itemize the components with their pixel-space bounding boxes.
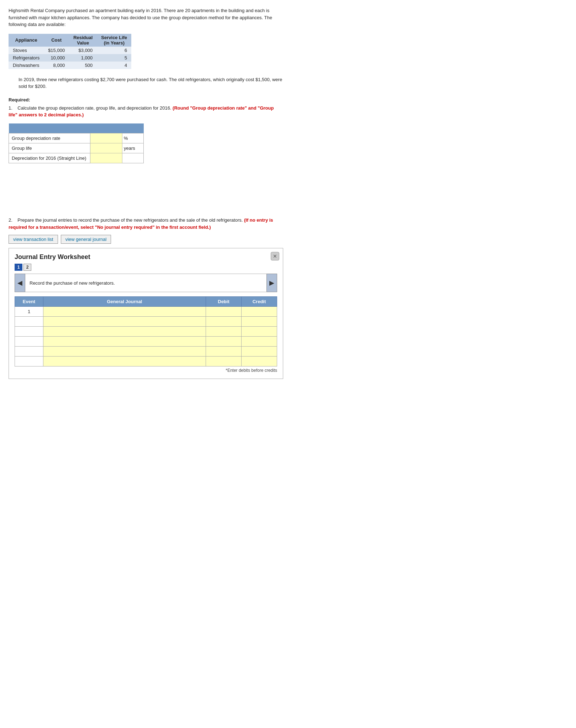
journal-debit-3[interactable] — [206, 327, 242, 337]
event-cell-3 — [15, 327, 43, 337]
journal-debit-input-6[interactable] — [206, 357, 241, 366]
close-button[interactable]: ✕ — [271, 252, 279, 260]
journal-general-2[interactable] — [43, 317, 206, 327]
calc-table: Group depreciation rate % Group life yea… — [9, 123, 144, 164]
journal-debit-input-2[interactable] — [206, 317, 241, 326]
journal-row-6 — [15, 357, 277, 366]
journal-debit-5[interactable] — [206, 347, 242, 357]
journal-debit-input-3[interactable] — [206, 327, 241, 336]
calc-row-rate-unit: % — [122, 133, 144, 143]
entry-description: Record the purchase of new refrigerators… — [25, 274, 266, 292]
journal-general-input-3[interactable] — [43, 327, 206, 336]
calc-row-dep-unit — [122, 153, 144, 163]
journal-credit-1[interactable] — [242, 307, 277, 317]
nav-arrow-left[interactable]: ◀ — [15, 274, 25, 292]
appliance-residual: 500 — [69, 62, 97, 69]
item2-text: Prepare the journal entries to record th… — [17, 217, 243, 223]
journal-debit-4[interactable] — [206, 337, 242, 347]
journal-credit-input-1[interactable] — [242, 307, 277, 316]
page-tab-2[interactable]: 2 — [23, 264, 31, 271]
journal-general-input-2[interactable] — [43, 317, 206, 326]
required-item-2: 2. Prepare the journal entries to record… — [9, 217, 283, 231]
appliance-cost: 10,000 — [44, 54, 69, 62]
appliance-life: 6 — [97, 47, 131, 54]
journal-credit-5[interactable] — [242, 347, 277, 357]
journal-credit-4[interactable] — [242, 337, 277, 347]
journal-credit-input-2[interactable] — [242, 317, 277, 326]
journal-credit-6[interactable] — [242, 357, 277, 366]
journal-general-3[interactable] — [43, 327, 206, 337]
page-tabs: 1 2 — [15, 264, 277, 271]
col-event-header: Event — [15, 297, 43, 307]
appliance-life: 4 — [97, 62, 131, 69]
appliance-life: 5 — [97, 54, 131, 62]
col-journal-header: General Journal — [43, 297, 206, 307]
journal-entry-worksheet: ✕ Journal Entry Worksheet 1 2 ◀ Record t… — [9, 248, 283, 379]
event-cell-5 — [15, 347, 43, 357]
col-residual: ResidualValue — [69, 34, 97, 47]
journal-credit-input-4[interactable] — [242, 337, 277, 346]
journal-debit-input-1[interactable] — [206, 307, 241, 316]
journal-row-3 — [15, 327, 277, 337]
journal-title: Journal Entry Worksheet — [15, 253, 277, 261]
journal-credit-input-6[interactable] — [242, 357, 277, 366]
journal-general-1[interactable] — [43, 307, 206, 317]
item1-text: Calculate the group depreciation rate, g… — [17, 105, 171, 111]
required-label: Required: — [9, 97, 283, 102]
journal-debit-input-4[interactable] — [206, 337, 241, 346]
journal-general-input-6[interactable] — [43, 357, 206, 366]
col-cost: Cost — [44, 34, 69, 47]
col-appliance: Appliance — [9, 34, 44, 47]
journal-row-2 — [15, 317, 277, 327]
journal-credit-2[interactable] — [242, 317, 277, 327]
journal-credit-input-5[interactable] — [242, 347, 277, 356]
event-cell-6 — [15, 357, 43, 366]
journal-debit-input-5[interactable] — [206, 347, 241, 356]
item2-number: 2. — [9, 217, 12, 223]
journal-credit-input-3[interactable] — [242, 327, 277, 336]
journal-row-4 — [15, 337, 277, 347]
journal-general-4[interactable] — [43, 337, 206, 347]
appliance-name: Refrigerators — [9, 54, 44, 62]
table-row: Stoves $15,000 $3,000 6 — [9, 47, 131, 54]
view-transaction-list-button[interactable]: view transaction list — [9, 235, 58, 244]
intro-paragraph: Highsmith Rental Company purchased an ap… — [9, 7, 283, 28]
appliance-residual: 1,000 — [69, 54, 97, 62]
calc-row-life-input-cell[interactable] — [90, 143, 122, 153]
calc-row-rate: Group depreciation rate % — [9, 133, 144, 143]
col-debit-header: Debit — [206, 297, 242, 307]
calc-row-dep-input-cell[interactable] — [90, 153, 122, 163]
col-service-life: Service Life(in Years) — [97, 34, 131, 47]
journal-general-input-1[interactable] — [43, 307, 206, 316]
depreciation-2016-input[interactable] — [93, 155, 119, 161]
footer-note: *Enter debits before credits — [15, 368, 277, 373]
journal-general-5[interactable] — [43, 347, 206, 357]
appliance-residual: $3,000 — [69, 47, 97, 54]
calc-row-rate-input-cell[interactable] — [90, 133, 122, 143]
calc-col-label — [9, 123, 90, 133]
button-row: view transaction list view general journ… — [9, 235, 283, 244]
appliance-name: Dishwashers — [9, 62, 44, 69]
appliance-cost: 8,000 — [44, 62, 69, 69]
journal-debit-2[interactable] — [206, 317, 242, 327]
journal-credit-3[interactable] — [242, 327, 277, 337]
journal-general-input-4[interactable] — [43, 337, 206, 346]
page-tab-1[interactable]: 1 — [15, 264, 22, 271]
table-row: Dishwashers 8,000 500 4 — [9, 62, 131, 69]
entry-nav-row: ◀ Record the purchase of new refrigerato… — [15, 274, 277, 292]
journal-general-6[interactable] — [43, 357, 206, 366]
nav-arrow-right[interactable]: ▶ — [266, 274, 277, 292]
calc-row-dep-label: Depreciation for 2016 (Straight Line) — [9, 153, 90, 163]
event-cell-1: 1 — [15, 307, 43, 317]
journal-debit-1[interactable] — [206, 307, 242, 317]
event-cell-2 — [15, 317, 43, 327]
view-general-journal-button[interactable]: view general journal — [61, 235, 111, 244]
group-life-input[interactable] — [93, 146, 119, 151]
group-depreciation-rate-input[interactable] — [93, 136, 119, 141]
calc-row-rate-label: Group depreciation rate — [9, 133, 90, 143]
journal-general-input-5[interactable] — [43, 347, 206, 356]
calc-row-life-label: Group life — [9, 143, 90, 153]
journal-debit-6[interactable] — [206, 357, 242, 366]
calc-row-life: Group life years — [9, 143, 144, 153]
required-item-1: 1. Calculate the group depreciation rate… — [9, 105, 283, 118]
